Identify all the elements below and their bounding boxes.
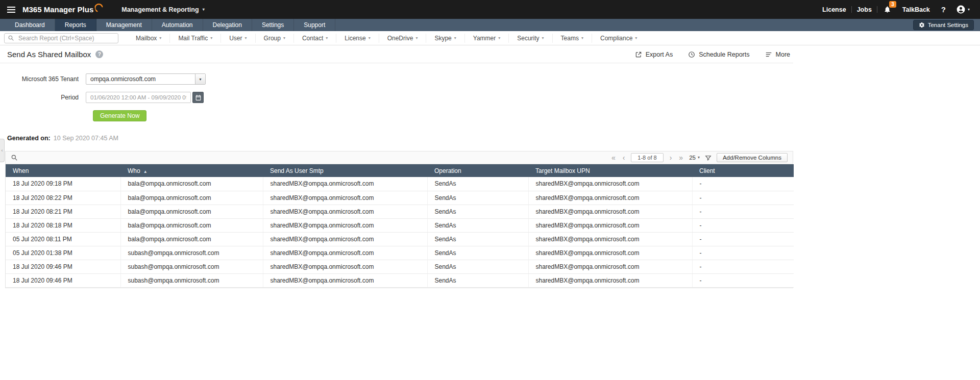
- jobs-link[interactable]: Jobs: [852, 6, 877, 13]
- report-category-menu[interactable]: Yammer ▾: [464, 34, 508, 43]
- table-header: When Who▲ Send As User Smtp Operation Ta…: [6, 164, 794, 177]
- grid-search-button[interactable]: [11, 154, 18, 161]
- add-remove-columns-button[interactable]: Add/Remove Columns: [717, 153, 788, 162]
- tenant-settings-button[interactable]: Tenant Settings: [913, 20, 974, 30]
- column-header-client[interactable]: Client: [692, 164, 794, 177]
- cell-who: bala@ompqa.onmicrosoft.com: [120, 232, 263, 246]
- cell-sendas-smtp: sharedMBX@ompqa.onmicrosoft.com: [263, 218, 427, 232]
- gear-icon: [919, 22, 925, 28]
- nav-tab[interactable]: Delegation: [203, 19, 252, 31]
- tenant-settings-label: Tenant Settings: [928, 22, 968, 28]
- cell-who: subash@ompqa.onmicrosoft.com: [120, 273, 263, 287]
- tenant-select[interactable]: ompqa.onmicrosoft.com ▾: [86, 73, 206, 85]
- category-label: License: [345, 35, 365, 42]
- cell-who: bala@ompqa.onmicrosoft.com: [120, 177, 263, 191]
- report-category-menu[interactable]: Contact ▾: [293, 34, 336, 43]
- cell-client: -: [692, 191, 794, 205]
- hamburger-menu-button[interactable]: [7, 7, 15, 13]
- nav-tab[interactable]: Management: [96, 19, 152, 31]
- nav-tab[interactable]: Automation: [152, 19, 203, 31]
- last-page-button[interactable]: »: [678, 154, 684, 161]
- page-size-select[interactable]: 25 ▾: [689, 155, 700, 161]
- report-category-menu[interactable]: Group ▾: [255, 34, 293, 43]
- category-label: Mailbox: [136, 35, 157, 42]
- report-category-menu[interactable]: OneDrive ▾: [379, 34, 426, 43]
- first-page-button[interactable]: «: [610, 154, 617, 161]
- report-search-input[interactable]: [17, 34, 115, 42]
- user-menu-button[interactable]: ▾: [952, 5, 972, 14]
- generate-row: Generate Now: [0, 110, 793, 121]
- category-label: User: [229, 35, 242, 42]
- report-category-menu[interactable]: License ▾: [336, 34, 378, 43]
- cell-client: -: [692, 177, 794, 191]
- report-category-menu[interactable]: Mailbox ▾: [128, 34, 169, 43]
- cell-sendas-smtp: sharedMBX@ompqa.onmicrosoft.com: [263, 205, 427, 218]
- panel-collapse-handle[interactable]: ‹: [0, 139, 5, 162]
- search-icon: [11, 154, 18, 161]
- cell-target-upn: sharedMBX@ompqa.onmicrosoft.com: [528, 273, 692, 287]
- license-link[interactable]: License: [817, 6, 851, 13]
- report-category-menu[interactable]: Skype ▾: [426, 34, 464, 43]
- hamburger-icon: [7, 7, 15, 13]
- nav-tab[interactable]: Support: [294, 19, 335, 31]
- cell-client: -: [692, 246, 794, 260]
- nav-tab[interactable]: Dashboard: [5, 19, 55, 31]
- generate-now-button[interactable]: Generate Now: [93, 110, 146, 121]
- cell-sendas-smtp: sharedMBX@ompqa.onmicrosoft.com: [263, 191, 427, 205]
- nav-tab[interactable]: Reports: [55, 19, 96, 31]
- next-page-button[interactable]: ›: [669, 154, 673, 161]
- help-button[interactable]: ?: [935, 5, 952, 14]
- talkback-link[interactable]: TalkBack: [897, 6, 935, 13]
- table-row: 18 Jul 2020 09:18 PM bala@ompqa.onmicros…: [6, 177, 794, 191]
- product-logo: M365 Manager Plus: [22, 5, 103, 14]
- schedule-reports-label: Schedule Reports: [699, 51, 749, 58]
- column-header-when[interactable]: When: [6, 164, 120, 177]
- results-table: When Who▲ Send As User Smtp Operation Ta…: [6, 164, 794, 288]
- previous-page-button[interactable]: ‹: [622, 154, 626, 161]
- report-category-menu[interactable]: Teams ▾: [552, 34, 592, 43]
- column-header-who[interactable]: Who▲: [120, 164, 263, 177]
- generated-on: Generated on:10 Sep 2020 07:45 AM: [7, 135, 793, 142]
- category-label: Skype: [434, 35, 451, 42]
- report-search-box: [4, 33, 118, 43]
- context-switcher-menu[interactable]: Management & Reporting ▾: [121, 6, 204, 13]
- filter-button[interactable]: [705, 155, 712, 161]
- report-category-menu[interactable]: User ▾: [220, 34, 255, 43]
- cell-client: -: [692, 232, 794, 246]
- period-input[interactable]: [86, 92, 191, 103]
- column-header-operation[interactable]: Operation: [427, 164, 528, 177]
- cell-client: -: [692, 218, 794, 232]
- table-row: 18 Jul 2020 09:46 PM subash@ompqa.onmicr…: [6, 260, 794, 273]
- cell-operation: SendAs: [427, 191, 528, 205]
- report-category-menu[interactable]: Mail Traffic ▾: [169, 34, 220, 43]
- cell-client: -: [692, 273, 794, 287]
- nav-tab[interactable]: Settings: [252, 19, 294, 31]
- export-as-button[interactable]: Export As: [635, 51, 673, 58]
- logo-swoosh-icon: [94, 2, 104, 13]
- notifications-button[interactable]: 3: [877, 6, 897, 13]
- table-body: 18 Jul 2020 09:18 PM bala@ompqa.onmicros…: [6, 177, 794, 287]
- report-category-menu[interactable]: Compliance ▾: [592, 34, 645, 43]
- column-header-sendas-smtp[interactable]: Send As User Smtp: [263, 164, 427, 177]
- chevron-down-icon: ▾: [698, 156, 700, 160]
- sort-ascending-icon: ▲: [143, 169, 148, 174]
- category-label: Compliance: [600, 35, 632, 42]
- calendar-picker-button[interactable]: [192, 92, 204, 103]
- chevron-down-icon: ▾: [203, 8, 205, 12]
- column-header-target-upn[interactable]: Target Mailbox UPN: [528, 164, 692, 177]
- schedule-reports-button[interactable]: Schedule Reports: [688, 51, 749, 58]
- cell-when: 05 Jul 2020 08:11 PM: [6, 232, 120, 246]
- notification-badge: 3: [889, 1, 896, 8]
- chevron-down-icon: ▾: [968, 8, 970, 12]
- cell-sendas-smtp: sharedMBX@ompqa.onmicrosoft.com: [263, 177, 427, 191]
- chevron-down-icon: ▾: [210, 36, 212, 40]
- report-help-icon[interactable]: ?: [95, 50, 103, 58]
- export-icon: [635, 51, 642, 58]
- report-actions: Export As Schedule Reports More: [635, 51, 793, 58]
- more-button[interactable]: More: [765, 51, 790, 58]
- topbar-right: License Jobs 3 TalkBack ? ▾: [817, 5, 972, 14]
- report-category-menu[interactable]: Security ▾: [508, 34, 552, 43]
- period-row: Period: [0, 92, 793, 103]
- cell-sendas-smtp: sharedMBX@ompqa.onmicrosoft.com: [263, 260, 427, 273]
- search-icon: [8, 35, 14, 41]
